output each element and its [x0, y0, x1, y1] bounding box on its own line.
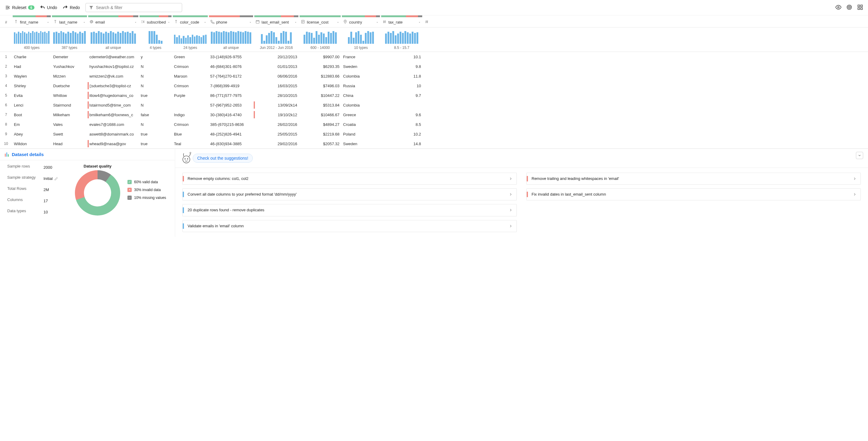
histogram-phone[interactable]: all unique	[208, 28, 254, 52]
cell-first_name[interactable]: Shirley	[12, 81, 51, 91]
chevron-down-icon[interactable]	[167, 21, 170, 24]
cell-last_email_sent[interactable]: 28/10/2015	[254, 91, 299, 100]
column-header-color_code[interactable]: color_code	[172, 17, 208, 27]
cell-first_name[interactable]: Boot	[12, 110, 51, 120]
cell-license_cost[interactable]: $10447.22	[299, 91, 341, 100]
histogram-email[interactable]: all unique	[88, 28, 139, 52]
cell-email[interactable]: evales7@1688.com	[88, 120, 139, 129]
cell-phone[interactable]: 46-(830)934-3885	[208, 139, 254, 148]
column-header-last_email_sent[interactable]: last_email_sent	[254, 17, 299, 27]
cell-first_name[interactable]: Evita	[12, 91, 51, 100]
cell-last_email_sent[interactable]: 16/03/2015	[254, 81, 299, 91]
cell-color_code[interactable]: Green	[172, 52, 208, 62]
cell-color_code[interactable]	[172, 100, 208, 110]
cell-license_cost[interactable]: $12883.66	[299, 71, 341, 81]
cell-color_code[interactable]: Indigo	[172, 110, 208, 120]
cell-color_code[interactable]: Purple	[172, 91, 208, 100]
suggestion-card[interactable]: Fix invalid dates in last_email_sent col…	[526, 189, 861, 200]
cell-license_cost[interactable]: $4894.27	[299, 120, 341, 129]
cell-subscribed[interactable]: false	[139, 110, 172, 120]
search-input[interactable]	[96, 5, 179, 10]
chevron-down-icon[interactable]	[336, 21, 339, 24]
cell-country[interactable]: Sweden	[341, 139, 380, 148]
cell-subscribed[interactable]: true	[139, 91, 172, 100]
suggestion-card[interactable]: Convert all date columns to your preferr…	[182, 189, 517, 200]
cell-color_code[interactable]: Crimson	[172, 120, 208, 129]
cell-subscribed[interactable]: true	[139, 129, 172, 139]
cell-last_name[interactable]: Mizzen	[51, 71, 88, 81]
cell-subscribed[interactable]: N	[139, 62, 172, 71]
target-button[interactable]	[846, 4, 852, 11]
cell-color_code[interactable]: Crimson	[172, 62, 208, 71]
chevron-down-icon[interactable]	[294, 21, 297, 24]
cell-subscribed[interactable]: y	[139, 52, 172, 62]
cell-tax_rate[interactable]	[380, 100, 423, 110]
cell-email[interactable]: cdemeter0@weather.com	[88, 52, 139, 62]
cell-last_email_sent[interactable]: 25/05/2015	[254, 129, 299, 139]
redo-button[interactable]: Redo	[63, 5, 80, 10]
cell-tax_rate[interactable]: 9.8	[380, 62, 423, 71]
cell-color_code[interactable]: Crimson	[172, 81, 208, 91]
cell-tax_rate[interactable]: 10.2	[380, 129, 423, 139]
suggestion-card[interactable]: Remove empty columns: col1, col2	[182, 173, 517, 185]
histogram-first_name[interactable]: 400 types	[12, 28, 51, 52]
suggestion-card[interactable]: Remove trailing and leading whitespaces …	[526, 173, 861, 185]
cell-last_email_sent[interactable]: 29/02/2016	[254, 139, 299, 148]
histogram-last_email_sent[interactable]: Jun 2012 - Jun 2016	[254, 28, 299, 52]
cell-country[interactable]: Sweden	[341, 62, 380, 71]
undo-button[interactable]: Undo	[40, 5, 57, 10]
cell-last_email_sent[interactable]: 06/06/2016	[254, 71, 299, 81]
column-header-tax_rate[interactable]: tax_rate	[380, 17, 423, 27]
cell-first_name[interactable]: Waylen	[12, 71, 51, 81]
cell-first_name[interactable]: Abey	[12, 129, 51, 139]
cell-license_cost[interactable]: $2057.32	[299, 139, 341, 148]
cell-country[interactable]: Colombia	[341, 100, 380, 110]
cell-subscribed[interactable]: N	[139, 71, 172, 81]
cell-last_name[interactable]: Duetsche	[51, 81, 88, 91]
cell-tax_rate[interactable]: 11.8	[380, 71, 423, 81]
cell-phone[interactable]: 48-(252)826-4941	[208, 129, 254, 139]
cell-phone[interactable]: 57-(764)270-6172	[208, 71, 254, 81]
cell-first_name[interactable]: Charlie	[12, 52, 51, 62]
cell-last_email_sent[interactable]: 19/10/2k12	[254, 110, 299, 120]
cell-first_name[interactable]: Em	[12, 120, 51, 129]
search-filter[interactable]	[86, 3, 182, 12]
chevron-down-icon[interactable]	[83, 21, 86, 24]
chevron-down-icon[interactable]	[249, 21, 252, 24]
chevron-down-icon[interactable]	[418, 21, 421, 24]
histogram-country[interactable]: 10 types	[341, 28, 380, 52]
cell-first_name[interactable]: Lenci	[12, 100, 51, 110]
column-header-subscribed[interactable]: subscribed	[139, 17, 172, 27]
cell-phone[interactable]: 385-(670)215-8636	[208, 120, 254, 129]
edit-icon[interactable]	[54, 177, 58, 180]
chevron-down-icon[interactable]	[134, 21, 137, 24]
cell-subscribed[interactable]: N	[139, 81, 172, 91]
cell-last_email_sent[interactable]: 13/09/2k14	[254, 100, 299, 110]
cell-email[interactable]: ▯sduetsche3@toplist-cz	[88, 81, 139, 91]
cell-last_name[interactable]: Demeter	[51, 52, 88, 62]
grid-view-button[interactable]	[857, 4, 863, 11]
cell-last_name[interactable]: Vales	[51, 120, 88, 129]
cell-last_email_sent[interactable]: 01/01/2013	[254, 62, 299, 71]
cell-subscribed[interactable]: true	[139, 139, 172, 148]
cell-tax_rate[interactable]: 10.1	[380, 52, 423, 62]
cell-color_code[interactable]: Blue	[172, 129, 208, 139]
cell-country[interactable]: Croatia	[341, 120, 380, 129]
cell-tax_rate[interactable]: 14.8	[380, 139, 423, 148]
cell-last_name[interactable]: Milkeham	[51, 110, 88, 120]
cell-email[interactable]: whead9@nasa@gov	[88, 139, 139, 148]
cell-tax_rate[interactable]: 9.7	[380, 91, 423, 100]
cell-first_name[interactable]: Willdon	[12, 139, 51, 148]
column-header-email[interactable]: email	[88, 17, 139, 27]
cell-country[interactable]: Colombia	[341, 71, 380, 81]
cell-tax_rate[interactable]: 8.5	[380, 120, 423, 129]
cell-email[interactable]: bmilkeham6@foxnews_c	[88, 110, 139, 120]
cell-tax_rate[interactable]: 10	[380, 81, 423, 91]
cell-license_cost[interactable]: $7496.03	[299, 81, 341, 91]
cell-country[interactable]: Greece	[341, 110, 380, 120]
cell-phone[interactable]: 86-(771)577-7975	[208, 91, 254, 100]
cell-last_email_sent[interactable]: 20/12/2013	[254, 52, 299, 62]
cell-last_name[interactable]: Stairmond	[51, 100, 88, 110]
cell-email[interactable]: aswett8@domainmark.co	[88, 129, 139, 139]
cell-country[interactable]: France	[341, 52, 380, 62]
